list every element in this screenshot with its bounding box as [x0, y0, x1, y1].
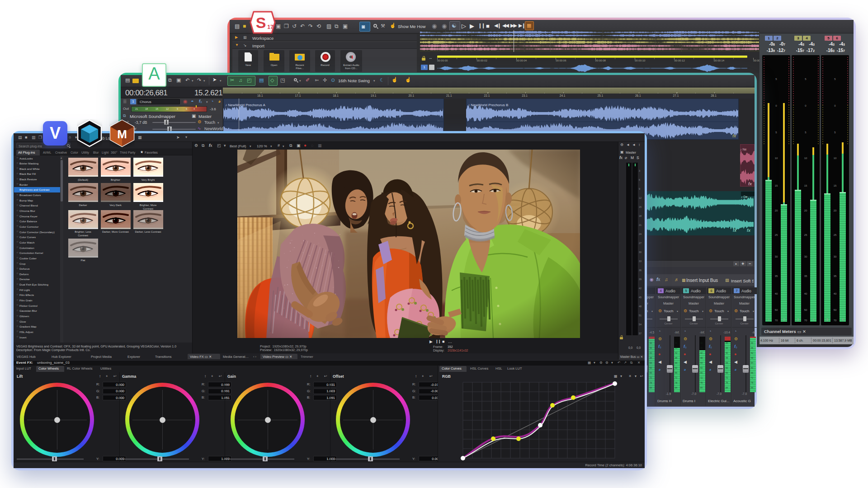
svg-text:M: M [117, 127, 127, 141]
svg-text:17: 17 [267, 24, 274, 30]
svg-text:S: S [256, 14, 266, 31]
